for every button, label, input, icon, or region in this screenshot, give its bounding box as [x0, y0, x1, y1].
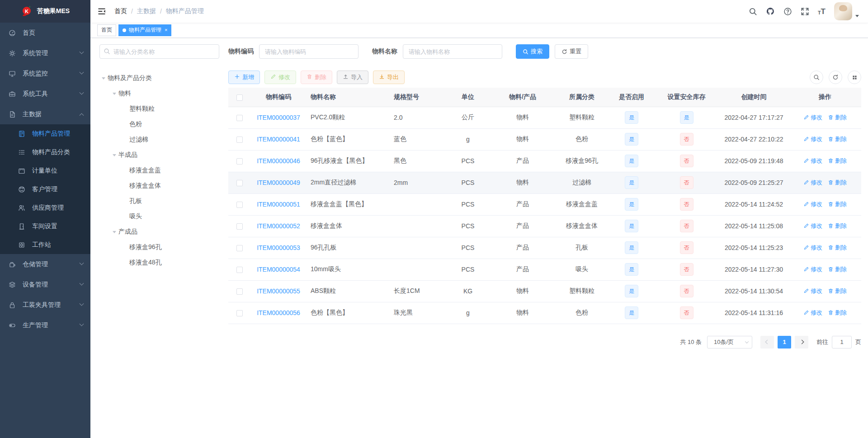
breadcrumb-item[interactable]: 主数据 [137, 7, 156, 15]
caret-down-icon[interactable] [110, 152, 118, 158]
row-checkbox[interactable] [236, 223, 243, 230]
material-name-input[interactable] [403, 44, 502, 59]
search-icon[interactable] [749, 7, 757, 16]
sidebar-item[interactable]: 生产管理 [0, 315, 90, 335]
refresh-tool-button[interactable] [829, 71, 842, 84]
close-icon[interactable]: × [165, 28, 167, 33]
tree-node[interactable]: 移液盒盒盖 [99, 163, 219, 178]
search-button[interactable]: 搜索 [516, 44, 549, 59]
row-edit-link[interactable]: 修改 [803, 135, 822, 143]
material-code-link[interactable]: ITEM00000049 [257, 179, 300, 186]
question-icon[interactable] [783, 7, 792, 16]
row-checkbox[interactable] [236, 288, 243, 295]
tree-node[interactable]: 物料 [99, 86, 219, 101]
caret-down-icon[interactable] [110, 229, 118, 235]
delete-button[interactable]: 删除 [301, 71, 332, 84]
page-number-current[interactable]: 1 [778, 336, 791, 349]
add-button[interactable]: 新增 [228, 71, 260, 84]
row-edit-link[interactable]: 修改 [803, 157, 822, 165]
sidebar-subitem[interactable]: 物料产品分类 [0, 143, 90, 161]
tree-node[interactable]: 塑料颗粒 [99, 101, 219, 117]
material-code-link[interactable]: ITEM00000041 [257, 136, 300, 143]
row-checkbox[interactable] [236, 137, 243, 143]
row-delete-link[interactable]: 删除 [828, 222, 847, 230]
caret-down-icon[interactable] [99, 75, 108, 81]
row-delete-link[interactable]: 删除 [828, 135, 847, 143]
sidebar-item[interactable]: 首页 [0, 23, 90, 43]
sidebar-item[interactable]: 系统工具 [0, 84, 90, 104]
github-icon[interactable] [766, 7, 775, 16]
tree-node[interactable]: 色粉 [99, 117, 219, 132]
font-size-icon[interactable]: TT [818, 8, 826, 15]
sidebar-subitem[interactable]: 客户管理 [0, 180, 90, 198]
sidebar-item[interactable]: 仓储管理 [0, 254, 90, 274]
tab-item[interactable]: 首页 [97, 24, 116, 36]
row-edit-link[interactable]: 修改 [803, 287, 822, 295]
row-edit-link[interactable]: 修改 [803, 244, 822, 252]
row-edit-link[interactable]: 修改 [803, 113, 822, 122]
tree-node[interactable]: 孔板 [99, 193, 219, 209]
row-checkbox[interactable] [236, 115, 243, 121]
material-code-link[interactable]: ITEM00000037 [257, 114, 300, 121]
breadcrumb-item[interactable]: 首页 [114, 7, 127, 15]
material-code-link[interactable]: ITEM00000055 [257, 287, 300, 295]
row-edit-link[interactable]: 修改 [803, 265, 822, 273]
row-checkbox[interactable] [236, 158, 243, 165]
sidebar-subitem[interactable]: 工作站 [0, 235, 90, 254]
breadcrumb-item[interactable]: 物料产品管理 [166, 7, 204, 15]
fullscreen-icon[interactable] [801, 7, 809, 16]
sidebar-subitem[interactable]: 计量单位 [0, 161, 90, 180]
row-checkbox[interactable] [236, 267, 243, 273]
sidebar-item[interactable]: 设备管理 [0, 274, 90, 295]
sidebar-subitem[interactable]: 车间设置 [0, 217, 90, 235]
next-page-button[interactable] [795, 336, 808, 349]
sidebar-item[interactable]: 主数据 [0, 104, 90, 124]
tree-node[interactable]: 物料及产品分类 [99, 71, 219, 86]
row-edit-link[interactable]: 修改 [803, 179, 822, 187]
row-delete-link[interactable]: 删除 [828, 157, 847, 165]
material-code-link[interactable]: ITEM00000056 [257, 309, 300, 316]
row-delete-link[interactable]: 删除 [828, 309, 847, 317]
row-delete-link[interactable]: 删除 [828, 179, 847, 187]
material-code-link[interactable]: ITEM00000046 [257, 157, 300, 165]
sidebar-item[interactable]: 系统监控 [0, 63, 90, 84]
user-menu[interactable] [834, 2, 859, 20]
tree-node[interactable]: 半成品 [99, 147, 219, 163]
sidebar-toggle-icon[interactable] [97, 7, 106, 16]
tree-node[interactable]: 过滤棉 [99, 132, 219, 147]
sidebar-subitem[interactable]: 供应商管理 [0, 198, 90, 217]
row-edit-link[interactable]: 修改 [803, 222, 822, 230]
row-delete-link[interactable]: 删除 [828, 265, 847, 273]
row-checkbox[interactable] [236, 202, 243, 208]
avatar[interactable] [834, 2, 852, 20]
edit-button[interactable]: 修改 [264, 71, 296, 84]
tree-node[interactable]: 移液盒48孔 [99, 255, 219, 270]
material-code-link[interactable]: ITEM00000054 [257, 266, 300, 273]
goto-page-input[interactable] [832, 336, 852, 349]
import-button[interactable]: 导入 [337, 71, 368, 84]
search-tool-button[interactable] [810, 71, 823, 84]
row-checkbox[interactable] [236, 180, 243, 186]
tab-active[interactable]: 物料产品管理× [118, 24, 171, 36]
row-checkbox[interactable] [236, 245, 243, 251]
caret-down-icon[interactable] [110, 90, 118, 97]
row-delete-link[interactable]: 删除 [828, 113, 847, 122]
select-all-checkbox[interactable] [236, 94, 243, 101]
tree-node[interactable]: 移液盒盒体 [99, 178, 219, 193]
row-delete-link[interactable]: 删除 [828, 244, 847, 252]
material-code-link[interactable]: ITEM00000051 [257, 201, 300, 208]
tree-node[interactable]: 移液盒96孔 [99, 240, 219, 255]
sidebar-item[interactable]: 工装夹具管理 [0, 295, 90, 315]
row-delete-link[interactable]: 删除 [828, 287, 847, 295]
page-size-select[interactable]: 10条/页 [707, 336, 752, 349]
grid-tool-button[interactable] [848, 71, 861, 84]
row-checkbox[interactable] [236, 310, 243, 316]
sidebar-subitem[interactable]: 物料产品管理 [0, 124, 90, 143]
sidebar-item[interactable]: 系统管理 [0, 43, 90, 63]
row-edit-link[interactable]: 修改 [803, 200, 822, 208]
category-search-input[interactable] [99, 44, 219, 59]
tree-node[interactable]: 产成品 [99, 224, 219, 240]
tree-node[interactable]: 吸头 [99, 209, 219, 224]
material-code-link[interactable]: ITEM00000052 [257, 222, 300, 230]
material-code-input[interactable] [259, 44, 359, 59]
